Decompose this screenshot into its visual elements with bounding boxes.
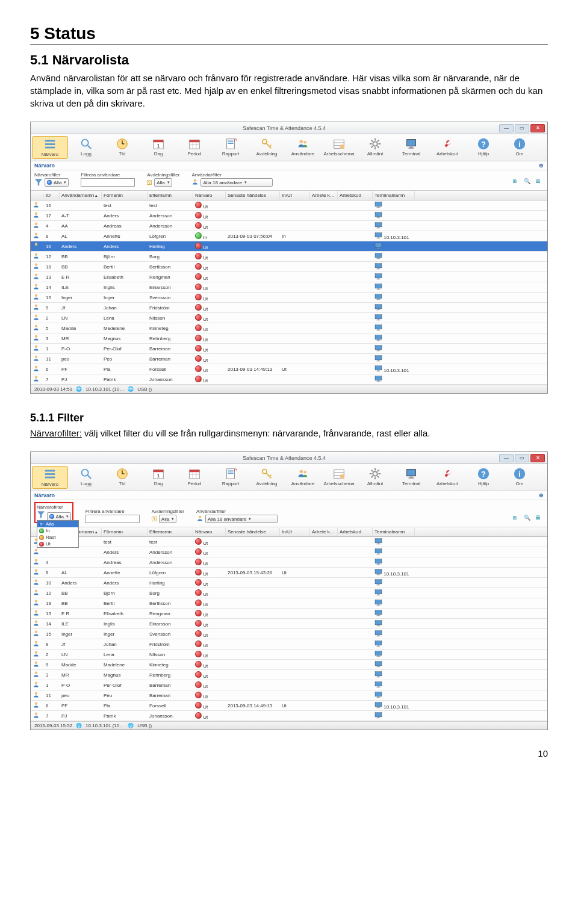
user-filter-input[interactable] [85,515,140,523]
col-header[interactable]: ID [44,191,60,199]
print-icon[interactable]: 🖶 [535,178,544,187]
table-row[interactable]: 9JfJohanFridström Ut [31,639,547,650]
toolbar-logg[interactable]: Logg [68,136,104,159]
minimize-button[interactable]: — [499,124,514,132]
col-header[interactable]: Terminalnamn [373,528,415,536]
toolbar-terminal[interactable]: Terminal [393,466,429,489]
toolbar-avdelning[interactable]: Avdelning [249,466,285,489]
table-row[interactable]: 13E RElisabethRengman Ut [31,609,547,619]
table-row[interactable]: AndersAndersson Ut [31,547,547,557]
toolbar-om[interactable]: iOm [502,466,538,489]
dropdown-option-alla[interactable]: Alla [37,521,78,527]
table-row[interactable]: 6PFPiaForssell Ut2013-09-03 14:49:13Ut 1… [31,701,547,711]
toolbar-allmänt[interactable]: Allmänt [357,466,393,489]
col-header[interactable]: Efternamn [148,528,193,536]
col-header[interactable]: Terminalnamn [373,191,415,199]
table-row[interactable]: 14ILEInglisEinarsson Ut [31,619,547,629]
table-row[interactable]: 16testtest Ut [31,200,547,211]
col-header[interactable]: Närvaro [193,191,226,199]
table-row[interactable]: 8ALAnnetteLöfgren Ut2013-09-03 15:43:26U… [31,568,547,578]
export-icon[interactable]: 🗎 [512,515,521,523]
toolbar-period[interactable]: Period [176,466,213,489]
table-row[interactable]: 11peoPeoBarreman Ut [31,354,547,364]
print-preview-icon[interactable]: 🔍 [524,178,532,187]
toolbar-period[interactable]: Period [176,136,213,159]
table-row[interactable]: 18BBBertilBertilsson Ut [31,262,547,272]
toolbar-närvaro[interactable]: Närvaro [32,466,68,489]
toolbar-dag[interactable]: 1Dag [140,466,176,489]
toolbar-rapport[interactable]: ARapport [213,466,249,489]
table-row[interactable]: 9JfJohanFridström Ut [31,303,547,313]
collapse-icon[interactable]: ⊕ [539,163,544,169]
maximize-button[interactable]: ▭ [515,454,529,462]
col-header[interactable]: Efternamn [148,191,193,199]
export-icon[interactable]: 🗎 [512,178,521,187]
col-header[interactable]: Närvaro [193,528,226,536]
toolbar-allmänt[interactable]: Allmänt [357,136,393,159]
dropdown-option-ut[interactable]: Ut [37,541,78,547]
table-row[interactable]: 11peoPeoBarreman Ut [31,690,547,701]
toolbar-om[interactable]: iOm [502,136,538,159]
table-row[interactable]: 2LNLenaNilsson Ut [31,650,547,660]
table-row[interactable]: 3MRMagnusRehnberg Ut [31,670,547,680]
table-row[interactable]: 14ILEInglisEinarsson Ut [31,282,547,293]
table-row[interactable]: 7PJPatrikJohansson Ut [31,711,547,721]
table-row[interactable]: 10AndersAndersHarting Ut [31,578,547,588]
table-row[interactable]: 4AndreasAndersson Ut [31,557,547,568]
toolbar-arbetsschema[interactable]: Arbetsschema [321,466,357,489]
toolbar-användare[interactable]: Användare [285,136,321,159]
print-icon[interactable]: 🖶 [535,515,544,523]
table-row[interactable]: 12BBBjörnBorg Ut [31,588,547,598]
dept-filter-dropdown[interactable]: Alla▾ [159,515,176,523]
toolbar-rapport[interactable]: ARapport [213,136,249,159]
table-row[interactable]: 7PJPatrikJohansson Ut [31,374,547,385]
table-row[interactable]: 5MaddeMadeleneKinneteg Ut [31,660,547,670]
userfilter-dropdown[interactable]: Alla 18 användare▾ [205,515,278,523]
toolbar-hjälp[interactable]: ?Hjälp [465,136,502,159]
table-row[interactable]: 15IngerIngerSvensson Ut [31,293,547,303]
table-row[interactable]: 3MRMagnusRehnberg Ut [31,333,547,344]
user-filter-input[interactable] [81,178,135,187]
close-button[interactable]: ✕ [530,454,545,462]
minimize-button[interactable]: — [499,454,514,462]
col-header[interactable]: Senaste händelse [226,191,280,199]
presence-filter-dropdown[interactable]: Alla▾ [45,178,69,187]
dept-filter-dropdown[interactable]: Alla▾ [154,178,172,187]
table-row[interactable]: 13E RElisabethRengman Ut [31,272,547,282]
col-header[interactable]: Arbete k… [310,191,338,199]
table-row[interactable]: 18BBBertilBertilsson Ut [31,598,547,609]
col-header[interactable]: Arbetskod [338,528,373,536]
maximize-button[interactable]: ▭ [515,124,529,132]
toolbar-arbetsschema[interactable]: Arbetsschema [321,136,357,159]
col-header[interactable] [31,194,44,197]
table-row[interactable]: 1P-OPer-OlofBarreman Ut [31,680,547,690]
table-row[interactable]: 15IngerIngerSvensson Ut [31,629,547,639]
col-header[interactable]: Förnamn [102,528,148,536]
col-header[interactable]: In/Ut [280,528,310,536]
toolbar-närvaro[interactable]: Närvaro [32,136,68,159]
col-header[interactable]: Senaste händelse [226,528,280,536]
table-row[interactable]: 1P-OPer-OlofBarreman Ut [31,344,547,354]
toolbar-arbetskod[interactable]: Arbetskod [429,136,465,159]
table-row[interactable]: 10AndersAndersHarting Ut [31,241,547,252]
table-row[interactable]: 4AAAndreasAndersson Ut [31,221,547,231]
toolbar-arbetskod[interactable]: Arbetskod [429,466,465,489]
print-preview-icon[interactable]: 🔍 [524,515,532,523]
col-header[interactable]: In/Ut [280,191,310,199]
toolbar-användare[interactable]: Användare [285,466,321,489]
table-row[interactable]: 12BBBjörnBorg Ut [31,252,547,262]
toolbar-logg[interactable]: Logg [68,466,104,489]
close-button[interactable]: ✕ [530,124,545,132]
col-header[interactable]: Arbete k… [310,528,338,536]
toolbar-tid[interactable]: Tid [104,466,140,489]
presence-filter-dropdown[interactable]: Alla▾ [47,512,71,521]
table-row[interactable]: testtest Ut [31,537,547,547]
toolbar-hjälp[interactable]: ?Hjälp [465,466,502,489]
toolbar-terminal[interactable]: Terminal [393,136,429,159]
table-row[interactable]: 8ALAnnetteLöfgren In2013-09-03 07:56:04I… [31,231,547,241]
table-row[interactable]: 2LNLenaNilsson Ut [31,313,547,323]
table-row[interactable]: 17A-TAndersAndersson Ut [31,211,547,221]
col-header[interactable]: Förnamn [102,191,148,199]
col-header[interactable]: Användarnamn▴ [60,191,102,199]
table-row[interactable]: 6PFPiaForssell Ut2013-09-03 14:49:13Ut 1… [31,364,547,374]
